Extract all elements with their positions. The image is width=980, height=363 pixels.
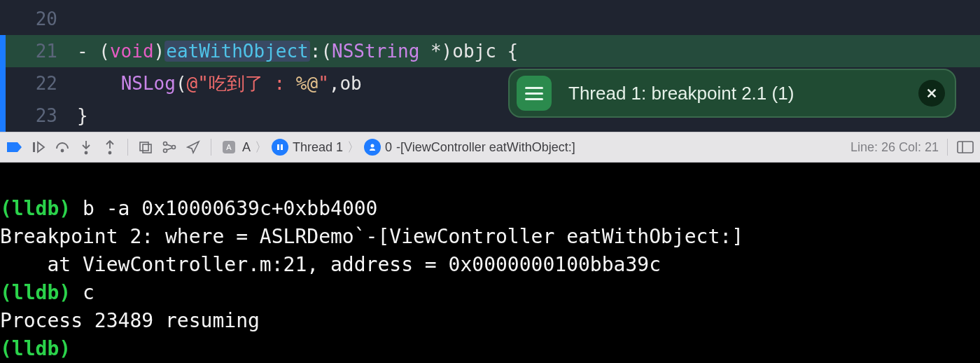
lldb-console[interactable]: (lldb) b -a 0x10000639c+0xbb4000 Breakpo… [0,163,980,363]
watermark: CSDN @Holothurian [881,359,972,363]
svg-rect-4 [140,142,148,151]
panel-icon[interactable] [956,138,974,156]
debug-memory-graph-icon[interactable] [160,138,178,156]
svg-rect-11 [277,144,279,150]
line-number[interactable]: 22 [0,73,77,94]
execution-marker [0,35,6,67]
location-icon[interactable] [184,138,202,156]
code-content[interactable]: NSLog(@"吃到了 : %@",ob [77,71,362,96]
svg-text:A: A [226,143,232,151]
lldb-prompt: (lldb) [0,337,71,360]
lldb-prompt: (lldb) [0,281,71,304]
debug-view-hierarchy-icon[interactable] [136,138,155,156]
divider [211,139,211,156]
frame-label: -[ViewController eatWithObject:] [396,140,575,155]
svg-rect-0 [33,142,35,152]
line-number[interactable]: 21 [0,41,77,62]
line-number[interactable]: 20 [0,8,77,29]
step-into-icon[interactable] [77,138,95,156]
svg-point-2 [85,152,88,154]
continue-icon[interactable] [29,138,48,156]
console-output: Process 23489 resuming [0,309,260,332]
svg-point-13 [371,144,374,148]
thread-label: Thread 1 [293,140,343,155]
divider [947,139,948,156]
chevron-right-icon: 〉 [347,139,360,156]
breakpoint-message: Thread 1: breakpoint 2.1 (1) [568,83,918,104]
code-content[interactable]: } [77,105,88,126]
breakpoint-toggle-icon[interactable] [6,138,24,156]
console-output: at ViewController.m:21, address = 0x0000… [0,253,661,276]
console-command: b -a 0x10000639c+0xbb4000 [71,197,377,220]
breakpoint-popup: Thread 1: breakpoint 2.1 (1) [508,69,956,118]
svg-rect-5 [143,144,151,153]
chevron-right-icon: 〉 [255,139,267,156]
svg-rect-12 [281,144,283,150]
line-number[interactable]: 23 [0,105,77,126]
app-icon: A [220,138,238,156]
close-icon[interactable] [918,80,945,107]
step-over-icon[interactable] [53,138,71,156]
code-line[interactable]: 21- (void)eatWithObject:(NSString *)objc… [0,35,980,67]
console-output: Breakpoint 2: where = ASLRDemo`-[ViewCon… [0,225,743,248]
thread-icon [272,139,288,156]
frame-number: 0 [385,140,392,155]
svg-rect-14 [958,142,973,153]
code-content[interactable]: - (void)eatWithObject:(NSString *)objc { [77,41,518,62]
breadcrumb[interactable]: A A 〉 Thread 1 〉 0 -[ViewController eatW… [220,138,575,156]
console-command: c [71,281,94,304]
step-out-icon[interactable] [101,138,119,156]
code-line[interactable]: 20 [0,3,980,35]
execution-marker [0,100,6,132]
svg-point-1 [62,150,64,152]
execution-marker [0,67,6,100]
divider [127,139,128,156]
line-col-indicator: Line: 26 Col: 21 [850,140,939,155]
hamburger-icon[interactable] [517,76,552,111]
lldb-prompt: (lldb) [0,197,71,220]
debug-toolbar: A A 〉 Thread 1 〉 0 -[ViewController eatW… [0,132,980,163]
svg-point-3 [109,152,111,154]
target-label: A [242,140,251,155]
frame-icon [364,139,381,156]
